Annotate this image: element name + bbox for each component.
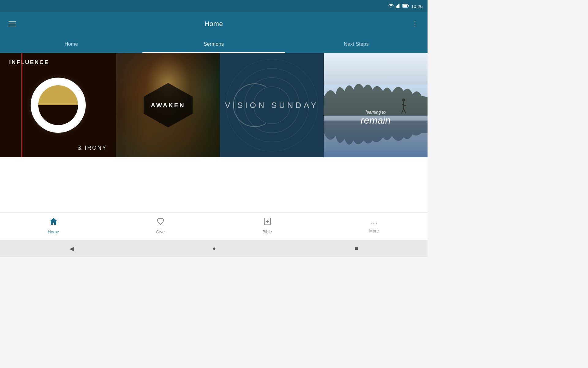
- svg-rect-0: [396, 6, 397, 8]
- coffee-dark-half: [38, 105, 78, 125]
- home-system-icon: ●: [213, 245, 216, 252]
- recents-button[interactable]: ■: [352, 243, 360, 254]
- remain-big-text: remain: [361, 115, 391, 126]
- system-nav-bar: ◀ ● ■: [0, 240, 428, 257]
- sermon-cards-row: INFLUENCE & IRONY AWAKEN: [0, 53, 428, 157]
- bible-icon: [263, 217, 272, 228]
- back-button[interactable]: ◀: [67, 243, 76, 255]
- red-line-decoration: [21, 53, 22, 157]
- more-icon: ···: [370, 218, 378, 227]
- nav-label-bible: Bible: [262, 229, 272, 234]
- card-bottom-text: & IRONY: [78, 145, 110, 151]
- svg-line-14: [401, 109, 404, 113]
- nav-label-home: Home: [48, 229, 59, 234]
- person-silhouette: [401, 98, 407, 113]
- svg-rect-1: [397, 5, 398, 8]
- home-system-button[interactable]: ●: [210, 243, 218, 254]
- coffee-cup-image: [31, 78, 86, 133]
- tab-sermons[interactable]: Sermons: [142, 35, 285, 53]
- hamburger-menu-button[interactable]: [6, 19, 18, 29]
- wifi-icon: [388, 4, 394, 9]
- nav-label-more: More: [369, 228, 379, 233]
- hamburger-icon: [9, 21, 16, 26]
- vision-sunday-label: VISION SUNDAY: [225, 101, 319, 110]
- app-bar: Home ⋮: [0, 12, 428, 35]
- status-bar: 10:26: [0, 0, 428, 12]
- battery-icon: [402, 4, 409, 9]
- white-space: [0, 157, 428, 213]
- awaken-label: AWAKEN: [151, 102, 185, 109]
- svg-rect-2: [398, 4, 399, 8]
- svg-line-15: [404, 109, 406, 113]
- svg-rect-5: [408, 5, 409, 6]
- bottom-navigation: Home Give Bible ··· More: [0, 213, 428, 240]
- more-options-button[interactable]: ⋮: [409, 17, 421, 30]
- svg-point-12: [402, 98, 405, 102]
- sermon-card-influence[interactable]: INFLUENCE & IRONY: [0, 53, 116, 157]
- signal-icon: [396, 4, 401, 9]
- give-icon: [156, 217, 165, 228]
- app-title: Home: [205, 20, 223, 28]
- remain-text-overlay: learning to remain: [361, 110, 391, 126]
- sermon-card-vision[interactable]: VISION SUNDAY: [220, 53, 324, 157]
- sermon-card-awaken[interactable]: AWAKEN: [116, 53, 220, 157]
- tab-bar: Home Sermons Next Steps: [0, 35, 428, 53]
- nav-item-more[interactable]: ··· More: [359, 216, 390, 236]
- time-display: 10:26: [411, 4, 423, 9]
- remain-small-text: learning to: [361, 110, 391, 115]
- back-icon: ◀: [70, 245, 74, 252]
- coffee-inner: [38, 85, 78, 125]
- tab-home[interactable]: Home: [0, 35, 142, 53]
- sermon-card-remain[interactable]: learning to remain: [324, 53, 428, 157]
- more-options-icon: ⋮: [412, 20, 419, 28]
- nav-item-give[interactable]: Give: [145, 215, 176, 237]
- card-top-text: INFLUENCE: [6, 59, 49, 66]
- tab-next-steps[interactable]: Next Steps: [285, 35, 428, 53]
- status-icons: 10:26: [388, 4, 423, 9]
- water-reflection: [324, 121, 428, 157]
- recents-icon: ■: [355, 245, 358, 252]
- home-icon: [49, 217, 58, 228]
- nav-label-give: Give: [156, 229, 165, 234]
- svg-rect-3: [399, 4, 400, 8]
- nav-item-bible[interactable]: Bible: [252, 215, 283, 237]
- nav-item-home[interactable]: Home: [38, 215, 69, 237]
- svg-rect-6: [403, 5, 407, 7]
